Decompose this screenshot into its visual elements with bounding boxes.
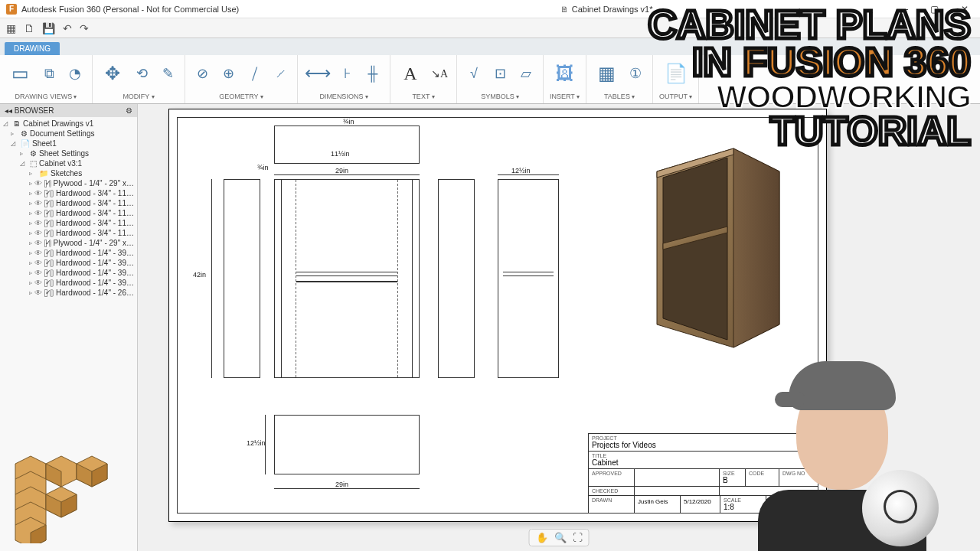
ribbon-label: TEXT — [412, 93, 434, 100]
view-depth[interactable] — [498, 179, 559, 378]
dim-bottom-width: 29in — [335, 481, 348, 488]
base-view-icon[interactable]: ▭ — [6, 60, 34, 87]
tree-sheet-settings[interactable]: ▹⚙ Sheet Settings — [2, 148, 136, 158]
rotate-icon[interactable]: ⟲ — [131, 63, 152, 84]
ordinate-icon[interactable]: ⊦ — [336, 63, 358, 84]
titleblock-project: Projects for Videos — [592, 441, 656, 449]
browser-header[interactable]: ◂◂ BROWSER ⚙ — [0, 104, 137, 117]
tree-sketches[interactable]: ▹📁 Sketches — [2, 168, 136, 178]
ribbon-label: TABLES — [604, 93, 635, 100]
ribbon-label: DRAWING VIEWS — [15, 93, 77, 100]
pan-icon[interactable]: ✋ — [536, 532, 548, 543]
ribbon-label: GEOMETRY — [219, 93, 263, 100]
overlay-line4: TUTORIAL — [648, 112, 971, 150]
ribbon-group-modify: ✥ ⟲ ✎ MODIFY — [93, 55, 185, 103]
image-icon[interactable]: 🖼 — [551, 60, 579, 87]
view-side-right[interactable] — [438, 179, 475, 378]
drawing-sheet: 42in 29in 11½in ¾in ¾in 12½in 12½in 29in — [168, 109, 827, 522]
document-name: Cabinet Drawings v1* — [572, 5, 653, 14]
save-icon[interactable]: 💾 — [42, 22, 55, 34]
centerline-icon[interactable]: ⊘ — [191, 63, 213, 84]
file-icon[interactable]: 🗋 — [24, 22, 34, 34]
tree-body-item[interactable]: ▹👁 Plywood - 1/4" - 29" x… — [2, 238, 136, 248]
text-icon[interactable]: A — [397, 60, 424, 87]
grid-icon[interactable]: ▦ — [6, 22, 16, 34]
move-icon[interactable]: ✥ — [99, 60, 126, 87]
datum-icon[interactable]: ▱ — [515, 63, 537, 84]
tree-body-item[interactable]: ▹👁 Hardwood - 1/4" - 39… — [2, 268, 136, 278]
tree-root[interactable]: ◿🗎 Cabinet Drawings v1 — [2, 119, 136, 129]
svg-marker-2 — [663, 158, 727, 340]
gdtol-icon[interactable]: ⊡ — [489, 63, 511, 84]
edge2-icon[interactable]: ⟋ — [270, 63, 291, 84]
overlay-microphone — [862, 470, 939, 546]
ribbon-label: SYMBOLS — [481, 93, 519, 100]
ribbon-group-dimensions: ⟷ ⊦ ╫ DIMENSIONS — [298, 55, 390, 103]
fusion-app-icon: F — [6, 4, 17, 15]
navigation-bar: ✋ 🔍 ⛶ — [529, 529, 590, 546]
dim-depth-top: 11½in — [331, 150, 350, 158]
dim-width: 29in — [335, 167, 348, 174]
view-bottom[interactable] — [274, 415, 420, 474]
ribbon-group-geometry: ⊘ ⊕ ⧸ ⟋ GEOMETRY — [185, 55, 298, 103]
overlay-line1: CABINET PLANS — [648, 6, 971, 44]
balloon-icon[interactable]: ① — [625, 63, 646, 84]
edge-icon[interactable]: ⧸ — [243, 63, 265, 84]
tree-body-item[interactable]: ▹👁 Hardwood - 1/4" - 39… — [2, 278, 136, 288]
section-view-icon[interactable]: ◔ — [64, 63, 86, 84]
ribbon-group-insert: 🖼 INSERT — [544, 55, 586, 103]
dim-shelf: ¾in — [257, 164, 269, 171]
ribbon-group-symbols: √ ⊡ ▱ SYMBOLS — [457, 55, 544, 103]
tree-body-item[interactable]: ▹👁 Hardwood - 3/4" - 11… — [2, 188, 136, 198]
ribbon-label: DIMENSIONS — [319, 93, 368, 100]
browser-tree: ◿🗎 Cabinet Drawings v1 ▹⚙ Document Setti… — [0, 117, 137, 299]
centermark-icon[interactable]: ⊕ — [217, 63, 239, 84]
ribbon-group-drawing-views: ▭ ⧉ ◔ DRAWING VIEWS — [0, 55, 93, 103]
projected-view-icon[interactable]: ⧉ — [38, 63, 60, 84]
titleblock-drawn-by: Justin Geis — [638, 498, 668, 505]
tree-body-item[interactable]: ▹👁 Plywood - 1/4" - 29" x… — [2, 178, 136, 188]
ribbon-group-text: A ↘A TEXT — [390, 55, 457, 103]
leader-icon[interactable]: ↘A — [429, 63, 450, 84]
table-icon[interactable]: ▦ — [593, 60, 620, 87]
tree-doc-settings[interactable]: ▹⚙ Document Settings — [2, 129, 136, 139]
zoom-icon[interactable]: 🔍 — [554, 532, 567, 543]
undo-icon[interactable]: ↶ — [63, 22, 72, 34]
overlay-title: CABINET PLANS IN FUSION 360 WOODWORKING … — [648, 6, 971, 150]
view-side-left[interactable] — [224, 179, 260, 378]
fit-icon[interactable]: ⛶ — [573, 532, 583, 543]
tree-body-item[interactable]: ▹👁 Hardwood - 1/4" - 26… — [2, 288, 136, 298]
ribbon-label: INSERT — [550, 93, 580, 100]
ribbon-label: MODIFY — [122, 93, 154, 100]
titleblock-title: Cabinet — [592, 458, 618, 467]
tree-sheet[interactable]: ◿📄 Sheet1 — [2, 139, 136, 148]
view-front[interactable] — [274, 179, 420, 378]
redo-icon[interactable]: ↷ — [80, 22, 89, 34]
dim-face: ¾in — [343, 118, 354, 126]
dim-height: 42in — [193, 271, 206, 279]
overlay-fusion-logo — [8, 436, 115, 543]
view-top[interactable] — [274, 126, 420, 164]
tree-body-item[interactable]: ▹👁 Hardwood - 3/4" - 11… — [2, 198, 136, 208]
surface-icon[interactable]: √ — [463, 63, 485, 84]
overlay-presenter — [735, 352, 949, 551]
baseline-icon[interactable]: ╫ — [362, 63, 384, 84]
tab-drawing[interactable]: DRAWING — [5, 42, 60, 55]
titleblock-date: 5/12/2020 — [684, 498, 711, 505]
tree-body-item[interactable]: ▹👁 Hardwood - 3/4" - 11… — [2, 208, 136, 218]
tree-body-item[interactable]: ▹👁 Hardwood - 3/4" - 11… — [2, 218, 136, 228]
view-3d-render[interactable] — [626, 141, 795, 355]
sheet-border: 42in 29in 11½in ¾in ¾in 12½in 12½in 29in — [177, 117, 818, 514]
delete-icon[interactable]: ✎ — [157, 63, 178, 84]
svg-marker-1 — [733, 148, 779, 347]
tree-body-item[interactable]: ▹👁 Hardwood - 3/4" - 11… — [2, 228, 136, 238]
document-title-center[interactable]: 🗎 Cabinet Drawings v1* — [560, 5, 653, 14]
browser-gear-icon[interactable]: ⚙ — [126, 106, 132, 115]
tree-body-item[interactable]: ▹👁 Hardwood - 1/4" - 39… — [2, 248, 136, 258]
overlay-line3: WOODWORKING — [648, 82, 971, 112]
dim-depth: 12½in — [511, 167, 531, 174]
dimension-icon[interactable]: ⟷ — [304, 60, 332, 87]
dim-bottom-depth: 12½in — [247, 439, 266, 447]
tree-component[interactable]: ◿⬚ Cabinet v3:1 — [2, 158, 136, 168]
tree-body-item[interactable]: ▹👁 Hardwood - 1/4" - 39… — [2, 258, 136, 268]
